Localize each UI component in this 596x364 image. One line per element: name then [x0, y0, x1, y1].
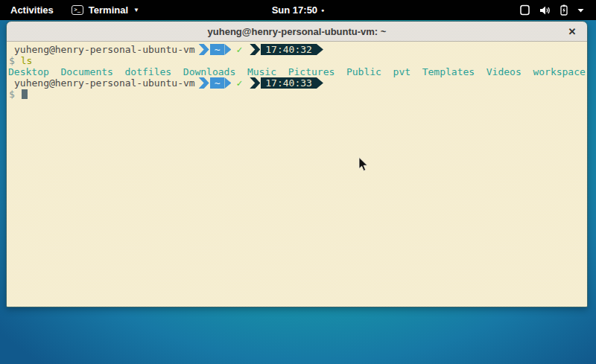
prompt-time-segment: 17:40:32: [261, 44, 317, 55]
powerline-arrow-icon: [317, 77, 323, 89]
typed-command: ls: [21, 55, 33, 66]
powerline-chevron-icon: [199, 44, 209, 55]
prompt-symbol: $: [9, 55, 15, 66]
powerline-chevron-icon: [199, 77, 209, 89]
chevron-down-icon: ▼: [133, 7, 139, 13]
screen-icon: [520, 4, 530, 16]
app-menu-terminal[interactable]: >_ Terminal ▼: [64, 0, 147, 20]
status-check-icon: ✓: [231, 44, 246, 55]
prompt-user-host: yuheng@henry-personal-ubuntu-vm: [14, 77, 195, 89]
prompt-path-segment: ~: [210, 44, 225, 55]
powerline-chevron-icon: [250, 77, 260, 89]
directory-listing: Desktop Documents dotfiles Downloads Mus…: [8, 66, 586, 77]
prompt-time-segment: 17:40:33: [261, 77, 317, 89]
mouse-cursor-icon: [358, 157, 369, 175]
system-status-area[interactable]: [513, 0, 592, 20]
ls-output-line: Desktop Documents dotfiles Downloads Mus…: [7, 66, 587, 77]
volume-icon: [539, 5, 551, 16]
app-menu-label: Terminal: [89, 4, 128, 16]
command-line: $ ls: [7, 55, 587, 66]
terminal-cursor: [22, 89, 28, 99]
powerline-arrow-icon: [317, 44, 323, 55]
clock-label: Sun 17:50: [272, 4, 317, 16]
powerline-arrow-icon: [224, 77, 231, 89]
terminal-window: yuheng@henry-personal-ubuntu-vm: ~ ✕ yuh…: [6, 21, 588, 307]
input-line: $: [7, 89, 587, 100]
notification-dot-icon: ●: [321, 7, 324, 13]
chevron-down-icon: [577, 8, 584, 13]
activities-button[interactable]: Activities: [0, 0, 64, 20]
status-check-icon: ✓: [231, 77, 246, 89]
desktop: Activities >_ Terminal ▼ Sun 17:50 ●: [0, 0, 596, 364]
prompt-line-2: yuheng@henry-personal-ubuntu-vm ~ ✓ 17:4…: [7, 77, 587, 89]
gnome-top-bar: Activities >_ Terminal ▼ Sun 17:50 ●: [0, 0, 596, 20]
window-title: yuheng@henry-personal-ubuntu-vm: ~: [208, 26, 387, 37]
prompt-symbol: $: [9, 89, 15, 100]
close-icon[interactable]: ✕: [565, 25, 579, 38]
prompt-path-segment: ~: [210, 77, 225, 89]
window-titlebar[interactable]: yuheng@henry-personal-ubuntu-vm: ~ ✕: [7, 22, 587, 42]
powerline-chevron-icon: [250, 44, 260, 55]
terminal-content[interactable]: yuheng@henry-personal-ubuntu-vm ~ ✓ 17:4…: [7, 42, 587, 307]
terminal-icon: >_: [72, 5, 83, 15]
battery-charging-icon: [560, 4, 568, 16]
clock-button[interactable]: Sun 17:50 ●: [272, 0, 325, 20]
prompt-line-1: yuheng@henry-personal-ubuntu-vm ~ ✓ 17:4…: [7, 44, 587, 55]
prompt-user-host: yuheng@henry-personal-ubuntu-vm: [14, 44, 195, 55]
powerline-arrow-icon: [224, 44, 231, 55]
